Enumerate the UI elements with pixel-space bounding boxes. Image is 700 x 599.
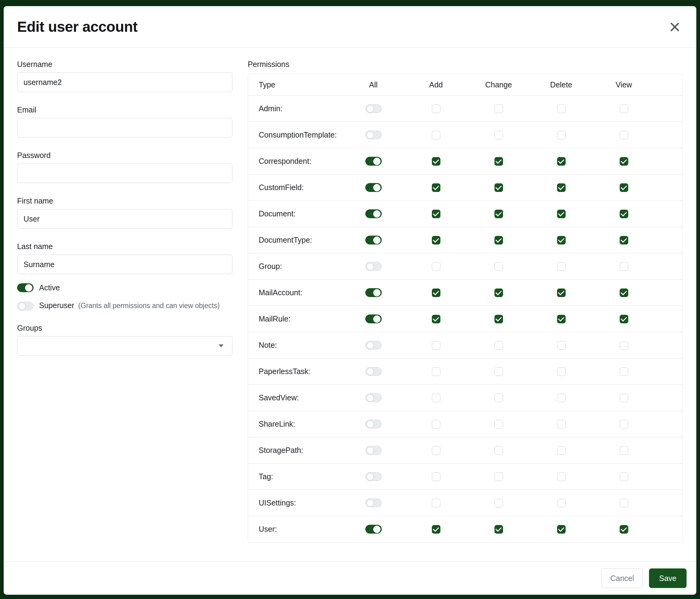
permission-all-toggle[interactable] [365, 314, 382, 324]
last-name-field[interactable] [17, 255, 232, 274]
permission-delete-checkbox[interactable] [557, 262, 566, 271]
permission-view-checkbox[interactable] [620, 104, 628, 113]
permission-all-toggle[interactable] [365, 393, 382, 402]
permission-add-checkbox[interactable] [432, 210, 441, 218]
permission-change-checkbox[interactable] [495, 473, 503, 481]
permissions-section: Permissions Type All Add Change Delete V… [248, 60, 683, 561]
permission-view-checkbox[interactable] [620, 236, 628, 244]
permission-all-toggle[interactable] [365, 104, 382, 113]
permission-all-toggle[interactable] [365, 157, 382, 166]
save-button[interactable]: Save [649, 569, 686, 588]
permission-add-checkbox[interactable] [432, 157, 441, 166]
permission-change-checkbox[interactable] [495, 262, 503, 271]
permission-delete-checkbox[interactable] [557, 288, 566, 297]
permission-view-checkbox[interactable] [620, 210, 628, 218]
permission-delete-checkbox[interactable] [557, 183, 566, 192]
permission-delete-checkbox[interactable] [557, 236, 566, 244]
permission-add-checkbox[interactable] [432, 183, 441, 192]
permission-view-checkbox[interactable] [620, 288, 628, 297]
password-field[interactable] [17, 164, 232, 183]
permission-change-checkbox[interactable] [495, 341, 503, 350]
permission-delete-checkbox[interactable] [557, 315, 566, 324]
permission-change-checkbox[interactable] [495, 157, 503, 166]
permission-change-checkbox[interactable] [495, 210, 503, 218]
permission-view-checkbox[interactable] [620, 157, 628, 166]
permission-add-checkbox[interactable] [432, 393, 441, 402]
permission-all-cell [342, 104, 405, 113]
permission-delete-checkbox[interactable] [557, 341, 566, 350]
permission-change-checkbox[interactable] [495, 104, 503, 113]
permission-add-cell [405, 104, 467, 113]
permission-all-toggle[interactable] [365, 446, 382, 455]
permission-add-checkbox[interactable] [432, 236, 441, 244]
permission-view-checkbox[interactable] [620, 420, 628, 429]
permission-add-checkbox[interactable] [432, 288, 441, 297]
permission-change-checkbox[interactable] [495, 315, 503, 324]
permission-view-checkbox[interactable] [620, 131, 628, 139]
permission-add-checkbox[interactable] [432, 499, 441, 507]
close-icon[interactable]: × [667, 20, 683, 34]
permission-view-checkbox[interactable] [620, 341, 628, 350]
permission-add-checkbox[interactable] [432, 473, 441, 481]
permission-change-checkbox[interactable] [495, 131, 503, 139]
permission-all-toggle[interactable] [365, 499, 382, 507]
permission-all-toggle[interactable] [365, 367, 382, 376]
permission-change-checkbox[interactable] [495, 183, 503, 192]
permission-add-checkbox[interactable] [432, 262, 441, 271]
permission-all-toggle[interactable] [365, 420, 382, 429]
permission-view-checkbox[interactable] [620, 262, 628, 271]
permission-delete-checkbox[interactable] [557, 446, 566, 455]
permission-add-checkbox[interactable] [432, 446, 441, 455]
permission-all-toggle[interactable] [365, 183, 382, 192]
permission-change-checkbox[interactable] [495, 446, 503, 455]
permission-view-checkbox[interactable] [620, 525, 628, 534]
permission-all-toggle[interactable] [365, 209, 382, 218]
permission-view-checkbox[interactable] [620, 499, 628, 507]
permission-change-checkbox[interactable] [495, 499, 503, 507]
permission-view-checkbox[interactable] [620, 473, 628, 481]
permission-delete-checkbox[interactable] [557, 131, 566, 139]
permission-all-toggle[interactable] [365, 262, 382, 271]
permission-view-checkbox[interactable] [620, 446, 628, 455]
permission-delete-checkbox[interactable] [557, 525, 566, 534]
permission-change-checkbox[interactable] [495, 525, 503, 534]
permission-delete-checkbox[interactable] [557, 157, 566, 166]
permission-delete-checkbox[interactable] [557, 104, 566, 113]
superuser-toggle[interactable] [17, 302, 33, 311]
permission-all-toggle[interactable] [365, 288, 382, 297]
permission-change-checkbox[interactable] [495, 420, 503, 429]
permission-delete-checkbox[interactable] [557, 499, 566, 507]
permission-add-checkbox[interactable] [432, 104, 441, 113]
permission-change-checkbox[interactable] [495, 288, 503, 297]
permission-all-toggle[interactable] [365, 130, 382, 139]
permission-change-checkbox[interactable] [495, 393, 503, 402]
permission-all-toggle[interactable] [365, 525, 382, 534]
permission-all-toggle[interactable] [365, 341, 382, 350]
active-toggle[interactable] [17, 283, 33, 292]
permission-view-checkbox[interactable] [620, 393, 628, 402]
permission-delete-checkbox[interactable] [557, 420, 566, 429]
permission-add-cell [405, 473, 467, 481]
permission-view-checkbox[interactable] [620, 315, 628, 324]
permission-delete-checkbox[interactable] [557, 367, 566, 376]
permission-add-checkbox[interactable] [432, 341, 441, 350]
email-field[interactable] [17, 118, 232, 138]
groups-select[interactable] [17, 336, 232, 356]
permission-view-checkbox[interactable] [620, 367, 628, 376]
permission-all-toggle[interactable] [365, 472, 382, 481]
permission-add-checkbox[interactable] [432, 420, 441, 429]
permission-view-checkbox[interactable] [620, 183, 628, 192]
permission-delete-checkbox[interactable] [557, 473, 566, 481]
permission-add-checkbox[interactable] [432, 131, 441, 139]
permission-change-checkbox[interactable] [495, 236, 503, 244]
cancel-button[interactable]: Cancel [601, 569, 643, 588]
permission-change-checkbox[interactable] [495, 367, 503, 376]
permission-delete-checkbox[interactable] [557, 393, 566, 402]
permission-add-checkbox[interactable] [432, 315, 441, 324]
permission-add-checkbox[interactable] [432, 525, 441, 534]
permission-delete-checkbox[interactable] [557, 210, 566, 218]
username-input[interactable] [17, 72, 232, 92]
permission-all-toggle[interactable] [365, 236, 382, 244]
first-name-field[interactable] [17, 209, 232, 229]
permission-add-checkbox[interactable] [432, 367, 441, 376]
